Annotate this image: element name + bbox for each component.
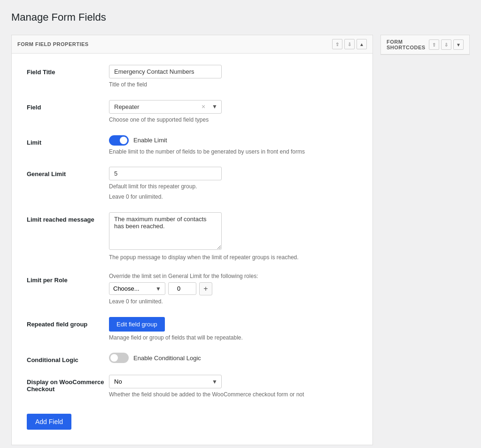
general-limit-row: General Limit Default limit for this rep… — [27, 167, 357, 201]
limit-toggle-label: Enable Limit — [133, 137, 167, 144]
general-limit-content: Default limit for this repeater group. L… — [109, 167, 357, 201]
repeated-field-group-hint: Manage field or group of fields that wil… — [109, 334, 357, 342]
woocommerce-checkout-hint: Whether the field should be added to the… — [109, 391, 357, 399]
limit-toggle[interactable] — [109, 135, 129, 146]
role-select[interactable]: Choose... — [109, 283, 152, 294]
repeated-field-group-label: Repeated field group — [27, 317, 109, 328]
main-panel: FORM FIELD PROPERTIES ⇧ ⇩ ▲ Field Title … — [11, 35, 373, 445]
general-limit-hint2: Leave 0 for unlimited. — [109, 193, 357, 201]
field-type-arrow-icon[interactable]: ▼ — [208, 103, 221, 110]
limit-reached-row: Limit reached message The maximum number… — [27, 212, 357, 262]
limit-per-role-content: Override the limit set in General Limit … — [109, 273, 357, 306]
woocommerce-select-arrow-icon: ▼ — [208, 378, 221, 385]
add-field-button[interactable]: Add Field — [27, 414, 71, 430]
general-limit-label: General Limit — [27, 167, 109, 178]
field-title-content: Title of the field — [109, 65, 357, 89]
field-type-select-wrapper: Repeater × ▼ — [109, 100, 222, 114]
conditional-logic-toggle[interactable] — [109, 353, 129, 363]
main-panel-expand-button[interactable]: ▲ — [357, 39, 367, 49]
woocommerce-select-wrapper: No Yes ▼ — [109, 375, 222, 388]
woocommerce-checkout-content: No Yes ▼ Whether the field should be add… — [109, 375, 357, 399]
woocommerce-checkout-label: Display on WooCommerce Checkout — [27, 375, 109, 393]
role-limit-number-input[interactable] — [168, 282, 196, 295]
conditional-logic-toggle-slider — [109, 353, 129, 363]
conditional-logic-label: Conditional Logic — [27, 353, 109, 363]
conditional-logic-content: Enable Conditional Logic — [109, 353, 357, 363]
main-panel-down-button[interactable]: ⇩ — [344, 39, 355, 49]
field-title-label: Field Title — [27, 65, 109, 76]
limit-toggle-row: Enable Limit — [109, 135, 357, 146]
shortcodes-panel-header: FORM SHORTCODES ⇧ ⇩ ▼ — [381, 35, 469, 54]
shortcodes-panel: FORM SHORTCODES ⇧ ⇩ ▼ — [380, 35, 470, 55]
general-limit-input[interactable] — [109, 167, 222, 180]
limit-reached-hint: The popup message to display when the li… — [109, 254, 357, 262]
field-type-select[interactable]: Repeater — [109, 100, 199, 113]
main-panel-controls: ⇧ ⇩ ▲ — [332, 39, 367, 49]
limit-per-role-hint: Leave 0 for unlimited. — [109, 298, 357, 306]
field-title-row: Field Title Title of the field — [27, 65, 357, 89]
woocommerce-select[interactable]: No Yes — [109, 375, 208, 388]
shortcodes-panel-controls: ⇧ ⇩ ▼ — [429, 39, 464, 50]
main-panel-up-button[interactable]: ⇧ — [332, 39, 342, 49]
shortcodes-panel-down-button[interactable]: ⇩ — [441, 39, 451, 50]
field-type-label: Field — [27, 100, 109, 111]
general-limit-hint1: Default limit for this repeater group. — [109, 183, 357, 191]
role-add-button[interactable]: + — [199, 282, 212, 295]
conditional-logic-toggle-row: Enable Conditional Logic — [109, 353, 357, 363]
page-title: Manage Form Fields — [11, 11, 470, 23]
limit-per-role-label: Limit per Role — [27, 273, 109, 284]
field-title-input[interactable] — [109, 65, 222, 78]
shortcodes-panel-expand-button[interactable]: ▼ — [453, 39, 464, 50]
repeated-field-group-content: Edit field group Manage field or group o… — [109, 317, 357, 342]
main-panel-title: FORM FIELD PROPERTIES — [17, 41, 89, 47]
main-panel-header: FORM FIELD PROPERTIES ⇧ ⇩ ▲ — [12, 35, 372, 54]
limit-per-role-override-hint: Override the limit set in General Limit … — [109, 273, 357, 279]
limit-toggle-slider — [109, 135, 129, 146]
repeated-field-group-row: Repeated field group Edit field group Ma… — [27, 317, 357, 342]
limit-hint: Enable limit to the number of fields to … — [109, 148, 357, 156]
limit-per-role-input-row: Choose... ▼ + — [109, 282, 357, 295]
shortcodes-panel-up-button[interactable]: ⇧ — [429, 39, 439, 50]
limit-per-role-row: Limit per Role Override the limit set in… — [27, 273, 357, 306]
edit-field-group-button[interactable]: Edit field group — [109, 317, 165, 332]
shortcodes-panel-title: FORM SHORTCODES — [387, 39, 429, 50]
limit-reached-content: The maximum number of contacts has been … — [109, 212, 357, 262]
limit-row: Limit Enable Limit Enable limit to the n… — [27, 135, 357, 156]
limit-content: Enable Limit Enable limit to the number … — [109, 135, 357, 156]
limit-label: Limit — [27, 135, 109, 146]
field-type-row: Field Repeater × ▼ Choose one of the sup… — [27, 100, 357, 124]
limit-reached-textarea[interactable]: The maximum number of contacts has been … — [109, 212, 222, 250]
role-select-arrow-icon: ▼ — [152, 286, 165, 292]
field-type-clear-icon[interactable]: × — [199, 103, 208, 110]
woocommerce-checkout-row: Display on WooCommerce Checkout No Yes ▼… — [27, 375, 357, 399]
role-select-wrapper: Choose... ▼ — [109, 282, 165, 295]
limit-reached-label: Limit reached message — [27, 212, 109, 223]
conditional-logic-toggle-label: Enable Conditional Logic — [133, 355, 201, 362]
field-title-hint: Title of the field — [109, 81, 357, 89]
field-type-hint: Choose one of the supported field types — [109, 116, 357, 124]
field-type-content: Repeater × ▼ Choose one of the supported… — [109, 100, 357, 124]
conditional-logic-row: Conditional Logic Enable Conditional Log… — [27, 353, 357, 363]
